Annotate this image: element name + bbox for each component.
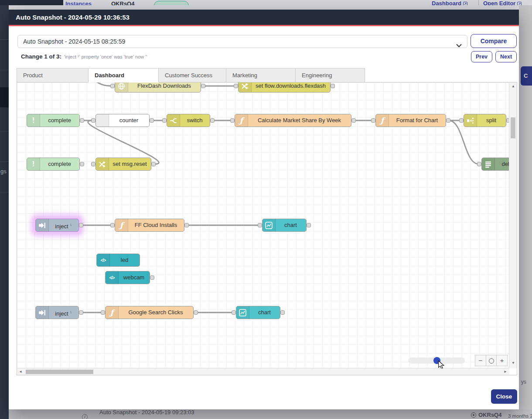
- output-port[interactable]: [150, 275, 154, 280]
- template-icon: </>: [106, 271, 119, 284]
- tab-marketing[interactable]: Marketing: [226, 68, 296, 82]
- dialog-title: Auto Snapshot - 2024-05-29 10:36:53: [16, 14, 130, 21]
- close-button[interactable]: Close: [491, 389, 517, 404]
- prev-change-button[interactable]: Prev: [471, 51, 492, 62]
- output-port[interactable]: [150, 118, 154, 123]
- input-port[interactable]: [371, 118, 375, 123]
- change-counter: Change 1 of 3:: [21, 53, 61, 60]
- node-label: FlexDash Downloads: [129, 82, 200, 92]
- flow-node-counter[interactable]: counter: [95, 114, 150, 127]
- output-port[interactable]: [79, 223, 83, 227]
- node-label: Calculate Market Share By Week: [249, 114, 350, 127]
- input-port[interactable]: [162, 118, 167, 123]
- input-port[interactable]: [230, 118, 235, 123]
- flow-area[interactable]: FlexDash Downloadsset flow.downloads.fle…: [17, 82, 509, 368]
- tab-engineering[interactable]: Engineering: [295, 68, 365, 82]
- compare-button[interactable]: Compare: [471, 34, 517, 48]
- flow-node-calc[interactable]: ƒCalculate Market Share By Week: [235, 114, 351, 127]
- output-port[interactable]: [194, 310, 198, 315]
- node-label: set flow.downloads.flexdash: [252, 82, 329, 92]
- node-label: debug: [495, 158, 509, 170]
- output-port[interactable]: [79, 310, 83, 315]
- scroll-down-arrow[interactable]: ▼: [512, 361, 515, 365]
- flow-node-webcam[interactable]: </>webcam: [105, 271, 150, 284]
- snapshot-compare-dialog: Auto Snapshot - 2024-05-29 10:36:53 Auto…: [9, 10, 519, 409]
- scroll-up-arrow[interactable]: ▲: [512, 84, 515, 88]
- output-port[interactable]: [307, 223, 311, 227]
- node-label: switch: [181, 114, 209, 127]
- flow-node-setflow[interactable]: set flow.downloads.flexdash: [238, 82, 331, 93]
- snapshot-select[interactable]: Auto Snapshot - 2024-05-15 08:25:59: [17, 35, 467, 48]
- output-port[interactable]: [80, 162, 84, 166]
- complete-icon: !: [27, 114, 40, 127]
- tab-dashboard[interactable]: Dashboard: [88, 68, 159, 82]
- zoom-slider[interactable]: [408, 357, 465, 364]
- input-port[interactable]: [91, 162, 95, 166]
- flow-node-setreset[interactable]: set msg.reset: [95, 158, 151, 171]
- node-label: set msg.reset: [109, 158, 150, 170]
- input-port[interactable]: [110, 223, 115, 227]
- zoom-reset-button[interactable]: [486, 355, 497, 366]
- flow-canvas: FlexDash Downloadsset flow.downloads.fle…: [17, 82, 517, 375]
- canvas-horizontal-scrollbar[interactable]: ◄ ►: [17, 368, 509, 375]
- switch-icon: [167, 114, 180, 127]
- input-port[interactable]: [91, 118, 95, 123]
- flow-node-complete2[interactable]: !complete: [27, 158, 80, 171]
- change-icon: [239, 82, 252, 92]
- output-port[interactable]: [201, 84, 205, 88]
- horizontal-scroll-thumb[interactable]: [26, 370, 93, 374]
- output-port[interactable]: [280, 310, 285, 315]
- input-port[interactable]: [110, 84, 115, 88]
- debug-icon: [482, 158, 495, 170]
- output-port[interactable]: [210, 118, 215, 123]
- flow-node-inject1[interactable]: inject 1: [35, 219, 79, 232]
- flow-node-split[interactable]: split: [464, 114, 506, 127]
- flow-node-google[interactable]: ƒGoogle Search Clicks: [105, 306, 194, 319]
- output-port[interactable]: [446, 118, 450, 123]
- inject-icon: [36, 219, 49, 231]
- flow-node-switch[interactable]: switch: [167, 114, 210, 127]
- complete-icon: !: [27, 158, 40, 170]
- node-label: counter: [109, 114, 148, 127]
- zoom-out-button[interactable]: −: [475, 355, 486, 366]
- flow-node-chart1[interactable]: chart: [262, 219, 307, 232]
- vertical-scroll-thumb[interactable]: [511, 117, 515, 138]
- snapshot-select-value: Auto Snapshot - 2024-05-15 08:25:59: [23, 38, 125, 45]
- input-port[interactable]: [477, 162, 481, 166]
- chart-icon: [236, 306, 249, 319]
- flow-node-led[interactable]: </>led: [96, 254, 140, 267]
- flow-node-ffcloud[interactable]: ƒFF Cloud Installs: [115, 219, 184, 232]
- flow-node-debug[interactable]: debug: [481, 158, 509, 171]
- tab-product[interactable]: Product: [17, 68, 89, 82]
- change-detail: 'inject ¹' property 'once' was 'true' no…: [64, 54, 147, 59]
- input-port[interactable]: [459, 118, 464, 123]
- flow-node-inject2[interactable]: inject 1: [35, 306, 79, 319]
- node-label: chart: [250, 306, 279, 319]
- input-port[interactable]: [232, 310, 236, 315]
- flow-node-flexdash[interactable]: FlexDash Downloads: [115, 82, 201, 93]
- zoom-in-button[interactable]: +: [497, 355, 507, 366]
- dialog-header: Auto Snapshot - 2024-05-29 10:36:53: [9, 10, 519, 26]
- output-port[interactable]: [184, 223, 189, 227]
- zoom-button-group: − +: [475, 355, 508, 366]
- tab-customer-success[interactable]: Customer Success: [158, 68, 226, 82]
- inject-icon: [36, 306, 49, 319]
- http-request-icon: [115, 82, 128, 92]
- scroll-right-arrow[interactable]: ►: [504, 370, 507, 374]
- next-change-button[interactable]: Next: [495, 51, 517, 62]
- scroll-left-arrow[interactable]: ◄: [19, 370, 22, 374]
- flow-node-chart2[interactable]: chart: [236, 306, 280, 319]
- input-port[interactable]: [234, 84, 238, 88]
- flow-node-complete1[interactable]: !complete: [27, 114, 80, 127]
- flow-node-format[interactable]: ƒFormat for Chart: [375, 114, 446, 127]
- output-port[interactable]: [351, 118, 356, 123]
- canvas-vertical-scrollbar[interactable]: ▲ ▼: [509, 82, 517, 368]
- input-port[interactable]: [101, 310, 105, 315]
- input-port[interactable]: [258, 223, 262, 227]
- output-port[interactable]: [151, 162, 156, 166]
- chevron-down-icon: [456, 39, 462, 52]
- node-label: webcam: [119, 271, 149, 284]
- output-port[interactable]: [331, 84, 335, 88]
- output-port[interactable]: [80, 118, 84, 123]
- function-icon: ƒ: [115, 219, 128, 231]
